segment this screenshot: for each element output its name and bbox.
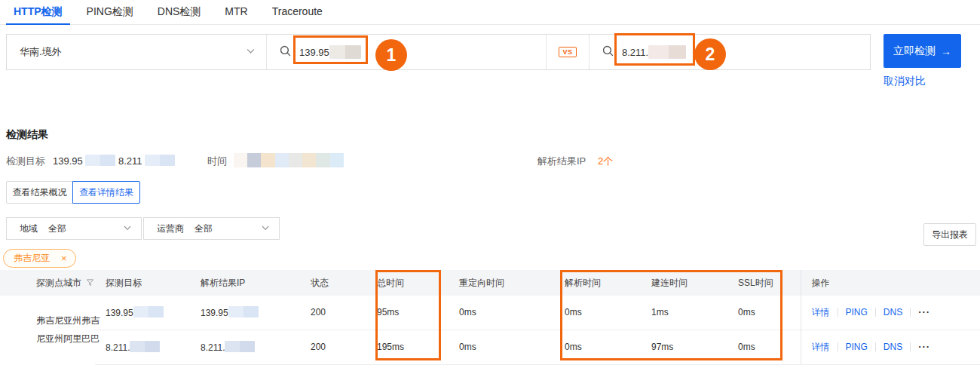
chevron-down-icon	[261, 223, 270, 235]
dns-link[interactable]: DNS	[884, 342, 902, 352]
redirect-time-cell: 0ms	[449, 330, 554, 364]
detail-link[interactable]: 详情	[812, 307, 830, 317]
col-header-dns-time: 解析时间	[554, 270, 641, 296]
detail-link[interactable]: 详情	[812, 342, 830, 352]
total-time-cell: 95ms	[362, 296, 449, 330]
resolved-ip-cell: 139.95	[190, 296, 300, 330]
export-report-button[interactable]: 导出报表	[923, 223, 976, 246]
connect-time-cell: 1ms	[641, 296, 727, 330]
redacted-ip	[133, 306, 164, 317]
tab-bar: HTTP检测 PING检测 DNS检测 MTR Traceroute	[0, 0, 980, 25]
isp-filter-select[interactable]: 运营商 全部	[143, 217, 280, 240]
vs-cell: VS	[546, 35, 589, 69]
redirect-time-cell: 0ms	[449, 296, 554, 330]
detect-now-label: 立即检测	[893, 44, 936, 58]
total-time-cell: 195ms	[362, 330, 449, 364]
chevron-down-icon	[246, 46, 256, 58]
col-header-ssl-time: SSL时间	[727, 270, 801, 296]
more-actions-icon[interactable]: ···	[918, 341, 930, 352]
target-input-1[interactable]: 139.95	[266, 35, 546, 69]
isp-filter-label: 运营商	[157, 222, 184, 235]
region-select[interactable]: 华南.境外	[7, 35, 266, 69]
ssl-time-cell: 0ms	[727, 296, 801, 330]
close-icon[interactable]: ×	[61, 253, 67, 263]
redacted-timestamp	[234, 153, 344, 170]
detect-now-button[interactable]: 立即检测 →	[884, 34, 961, 68]
divider	[875, 342, 876, 351]
connect-time-cell: 97ms	[641, 330, 727, 364]
actions-cell: 详情PINGDNS···	[801, 330, 980, 364]
target-cell: 8.211.	[95, 330, 190, 364]
target-meta-value-a: 139.95	[53, 155, 83, 167]
probe-city-cell: 弗吉尼亚州弗吉尼亚州阿里巴巴	[0, 296, 95, 364]
vs-badge: VS	[559, 47, 576, 57]
search-icon	[279, 44, 292, 60]
region-filter-label: 地域	[20, 222, 38, 235]
actions-cell: 详情PINGDNS···	[801, 296, 980, 330]
region-filter-select[interactable]: 地域 全部	[6, 217, 142, 240]
region-select-value: 华南.境外	[20, 45, 246, 59]
results-section-title: 检测结果	[6, 128, 48, 142]
divider	[838, 342, 838, 351]
col-header-connect-time: 建连时间	[641, 270, 727, 296]
resolved-ip-count: 2个	[598, 155, 613, 168]
status-cell: 200	[300, 330, 362, 364]
tab-traceroute[interactable]: Traceroute	[265, 0, 330, 25]
view-overview-button[interactable]: 查看结果概况	[6, 181, 73, 204]
tab-http[interactable]: HTTP检测	[6, 0, 70, 25]
target-meta-label: 检测目标	[6, 155, 45, 168]
target-cell: 139.95	[95, 296, 190, 330]
dns-time-cell: 0ms	[554, 296, 641, 330]
query-bar: 华南.境外 139.95 VS 8.211.	[6, 34, 871, 70]
redacted-ip-1	[329, 45, 361, 59]
isp-filter-value: 全部	[194, 222, 261, 235]
target-meta-value-b: 8.211	[118, 155, 142, 167]
http-detect-page: HTTP检测 PING检测 DNS检测 MTR Traceroute 华南.境外…	[0, 0, 980, 365]
redacted-target-b	[145, 155, 175, 166]
region-filter-value: 全部	[48, 222, 123, 235]
divider	[910, 308, 911, 317]
results-table: 探测点城市 探测目标 解析结果IP 状态 总时间 重定向时间 解析时间 建连时间…	[0, 270, 980, 365]
target-input-2[interactable]: 8.211.	[589, 35, 870, 69]
col-header-redirect-time: 重定向时间	[449, 270, 554, 296]
redacted-ip-2	[648, 45, 686, 59]
cancel-compare-link[interactable]: 取消对比	[884, 75, 926, 88]
region-tag: 弗吉尼亚 ×	[3, 249, 76, 268]
view-detail-button[interactable]: 查看详情结果	[72, 181, 140, 204]
filter-funnel-icon[interactable]	[86, 278, 94, 289]
resolved-ip-meta-label: 解析结果IP	[537, 155, 586, 168]
more-actions-icon[interactable]: ···	[918, 306, 930, 317]
region-tag-label: 弗吉尼亚	[14, 252, 50, 265]
arrow-right-icon: →	[941, 45, 951, 57]
redacted-ip	[130, 341, 160, 352]
ssl-time-cell: 0ms	[727, 330, 801, 364]
dns-link[interactable]: DNS	[884, 307, 902, 317]
probe-city-label: 弗吉尼亚州弗吉尼亚州阿里巴巴	[36, 312, 103, 348]
dns-time-cell: 0ms	[554, 330, 641, 364]
table-row: 8.211. 8.211. 200 195ms 0ms 0ms 97ms 0ms…	[0, 330, 980, 364]
table-row: 弗吉尼亚州弗吉尼亚州阿里巴巴 139.95 139.95 200 95ms 0m…	[0, 296, 980, 330]
target-meta-value: 139.95 8.211	[53, 155, 175, 167]
target-input-2-value: 8.211.	[622, 47, 648, 58]
tab-mtr[interactable]: MTR	[217, 0, 255, 25]
col-header-resolved-ip: 解析结果IP	[190, 270, 300, 296]
col-header-total-time: 总时间	[362, 270, 449, 296]
divider	[910, 342, 911, 351]
ping-link[interactable]: PING	[846, 307, 868, 317]
col-header-target: 探测目标	[95, 270, 190, 296]
search-icon	[602, 44, 614, 60]
chevron-down-icon	[123, 223, 132, 235]
ping-link[interactable]: PING	[846, 342, 868, 352]
redacted-ip	[225, 341, 255, 352]
time-meta-label: 时间	[207, 155, 227, 168]
tab-dns[interactable]: DNS检测	[150, 0, 209, 25]
divider	[875, 308, 876, 317]
divider	[838, 308, 838, 317]
col-header-status: 状态	[300, 270, 362, 296]
resolved-ip-cell: 8.211.	[190, 330, 300, 364]
target-input-1-value: 139.95	[299, 47, 329, 58]
tab-ping[interactable]: PING检测	[79, 0, 141, 25]
redacted-target-a	[85, 155, 115, 166]
table-header-row: 探测点城市 探测目标 解析结果IP 状态 总时间 重定向时间 解析时间 建连时间…	[0, 270, 980, 296]
col-header-city: 探测点城市	[0, 270, 95, 296]
